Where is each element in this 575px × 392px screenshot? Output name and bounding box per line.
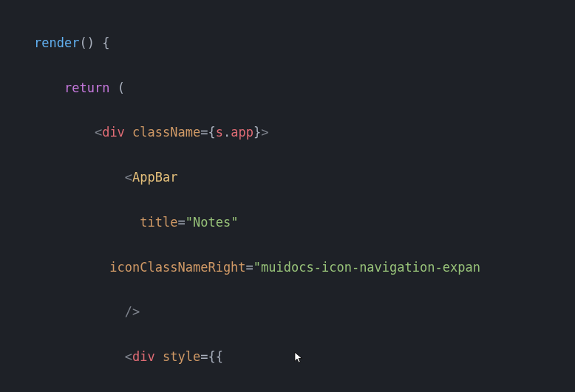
equals: = xyxy=(200,349,208,364)
expr-s: s xyxy=(216,125,223,140)
paren-open: ( xyxy=(118,80,125,95)
jsx-tag-div: div xyxy=(102,125,125,140)
equals: = xyxy=(200,125,208,140)
dot: . xyxy=(223,125,231,140)
code-line: render() { xyxy=(0,32,575,55)
brace-close: } xyxy=(254,125,261,140)
jsx-component-appbar: AppBar xyxy=(132,170,177,185)
code-line: <div style={{ xyxy=(0,346,575,369)
angle-close: > xyxy=(261,125,268,140)
attr-style: style xyxy=(163,349,200,364)
brace-open: { xyxy=(216,349,223,364)
angle-open: < xyxy=(125,170,132,185)
angle-open: < xyxy=(125,349,132,364)
method-name: render xyxy=(34,35,79,50)
code-line: title="Notes" xyxy=(0,212,575,235)
equals: = xyxy=(177,215,185,230)
paren-close: ) xyxy=(87,35,95,50)
code-editor[interactable]: render() { return ( <div className={s.ap… xyxy=(0,0,575,392)
equals: = xyxy=(246,260,254,275)
attr-classname: className xyxy=(132,125,200,140)
attr-iconclassnameright: iconClassNameRight xyxy=(109,260,245,275)
code-line: /> xyxy=(0,301,575,324)
string-notes: "Notes" xyxy=(186,215,239,230)
code-line: <div className={s.app}> xyxy=(0,122,575,145)
paren-open: ( xyxy=(79,35,86,50)
code-line: <AppBar xyxy=(0,167,575,190)
angle-close: > xyxy=(132,304,140,319)
angle-open: < xyxy=(95,125,102,140)
self-close-slash: / xyxy=(125,304,132,319)
jsx-tag-div: div xyxy=(132,349,155,364)
brace-open: { xyxy=(208,349,215,364)
code-line: iconClassNameRight="muidocs-icon-navigat… xyxy=(0,257,575,280)
brace-open: { xyxy=(208,125,215,140)
string-muidocs: "muidocs-icon-navigation-expan xyxy=(254,260,480,275)
attr-title: title xyxy=(140,215,177,230)
code-line: return ( xyxy=(0,78,575,100)
brace-open: { xyxy=(102,35,109,50)
expr-app: app xyxy=(231,125,254,140)
keyword-return: return xyxy=(64,80,109,95)
